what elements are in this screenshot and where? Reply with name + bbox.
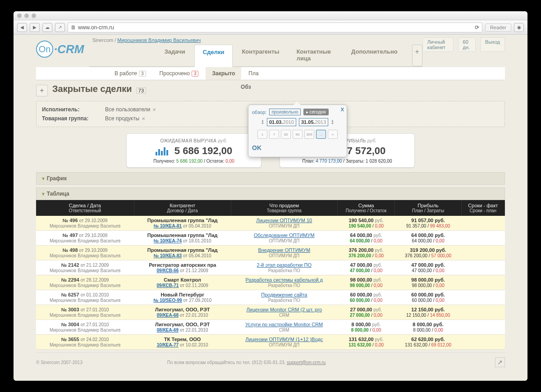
table-row[interactable]: № 2142 от 21.12.2009Мирошников Владимир …: [36, 260, 505, 275]
table-row[interactable]: № 498 от 29.10.2009Мирошников Владимир В…: [36, 246, 505, 260]
subtab-2[interactable]: Закрыто: [206, 67, 241, 80]
icloud-icon[interactable]: ☁: [42, 23, 52, 32]
preset-×[interactable]: ×: [328, 130, 338, 139]
filter-executor-label: Исполнитель:: [42, 106, 101, 113]
preset-...[interactable]: ...: [316, 130, 326, 139]
preset-365[interactable]: 365: [304, 130, 314, 139]
popover-label: обзор:: [252, 109, 266, 115]
breadcrumb: Sinercom / Мирошников Владимир Васильеви…: [92, 37, 422, 43]
preset-30[interactable]: 30: [281, 130, 291, 139]
table-header: Сделка / ДатаОтветственный КонтрагентДог…: [36, 200, 505, 216]
window-titlebar: [14, 11, 527, 20]
title-overflow: Обз: [241, 84, 251, 90]
user-icon[interactable]: ◉: [514, 23, 524, 32]
popover-close[interactable]: X: [341, 107, 344, 112]
share-icon[interactable]: ↗: [55, 23, 65, 32]
table-row[interactable]: № 3004 от 27.01.2010Мирошников Владимир …: [36, 320, 505, 335]
filter-group-label: Товарная группа:: [42, 115, 101, 122]
preset-90[interactable]: 90: [293, 130, 303, 139]
nav-tab-0[interactable]: Задачи: [156, 45, 193, 66]
subtab-3[interactable]: Пла: [242, 67, 265, 80]
popover-today[interactable]: ▸ сегодня: [303, 109, 329, 115]
cabinet-link[interactable]: Личный кабинет: [422, 37, 454, 52]
nav-add-tab[interactable]: +: [412, 45, 422, 66]
sub-tabs: В работе3Просрочено3ЗакрытоПла: [36, 67, 505, 80]
footer-email[interactable]: support@on-crm.ru: [287, 360, 326, 365]
traffic-close[interactable]: [17, 14, 22, 18]
spinner-left[interactable]: ▲▼: [261, 119, 264, 125]
table-row[interactable]: № 497 от 29.10.2009Мирошников Владимир В…: [36, 231, 505, 246]
logo[interactable]: On·CRM: [36, 37, 89, 61]
subtab-0[interactable]: В работе3: [108, 67, 152, 80]
deals-table: Сделка / ДатаОтветственный КонтрагентДог…: [36, 200, 505, 350]
kpi-revenue: ОЖИДАЕМАЯ ВЫРУЧКА руб. 5 686 192,00 Полу…: [126, 133, 261, 168]
table-row[interactable]: № 6257 от 01.10.2010Мирошников Владимир …: [36, 290, 505, 305]
traffic-max[interactable]: [32, 14, 36, 18]
popover-ok-button[interactable]: OK: [252, 142, 343, 153]
preset-1[interactable]: 1: [257, 130, 267, 139]
subtab-1[interactable]: Просрочено3: [153, 67, 205, 80]
bars-icon: [156, 147, 168, 155]
url-bar[interactable]: 🗎www.on-crm.ru ⟳: [68, 23, 482, 32]
footer: © Sinercom 2007-2013 По всем вопросам об…: [36, 352, 505, 369]
table-row[interactable]: № 3655 от 24.02.2010Мирошников Владимир …: [36, 335, 505, 350]
page-title: Закрытые сделки: [52, 84, 132, 94]
spinner-right[interactable]: ▲▼: [331, 119, 334, 125]
table-row[interactable]: № 2294 от 28.12.2009Мирошников Владимир …: [36, 275, 505, 290]
nav-tab-3[interactable]: Контактные лица: [289, 45, 342, 66]
filter-executor-chip[interactable]: Все пользователи ✕: [105, 106, 156, 113]
table-row[interactable]: № 496 от 29.10.2009Мирошников Владимир В…: [36, 216, 505, 231]
date-to-input[interactable]: 31.05.2013: [299, 118, 328, 126]
date-range-popover: X обзор: произвольно ▸ сегодня ▲▼ 01.03.…: [248, 105, 347, 157]
browser-toolbar: ◀ ▶ ☁ ↗ 🗎www.on-crm.ru ⟳ Reader ◉: [14, 20, 527, 35]
popover-mode[interactable]: произвольно: [269, 109, 300, 115]
preset-7[interactable]: 7: [269, 130, 279, 139]
nav-back[interactable]: ◀: [17, 23, 27, 32]
section-table[interactable]: Таблица: [36, 187, 505, 200]
nav-tab-4[interactable]: Дополнительно: [343, 45, 406, 66]
days-pill: 60 дн.: [458, 37, 476, 52]
traffic-min[interactable]: [24, 14, 29, 18]
table-row[interactable]: № 3003 от 27.01.2010Мирошников Владимир …: [36, 305, 505, 320]
filter-group-chip[interactable]: Все продукты ✕: [105, 115, 145, 122]
scroll-top-icon[interactable]: ↗: [495, 357, 505, 367]
nav-fwd[interactable]: ▶: [30, 23, 40, 32]
logout-link[interactable]: Выход: [480, 37, 505, 52]
section-chart[interactable]: График: [36, 172, 505, 185]
nav-tab-1[interactable]: Сделки: [194, 45, 233, 67]
add-deal-button[interactable]: +: [36, 85, 48, 96]
main-nav: ЗадачиСделкиКонтрагентыКонтактные лицаДо…: [89, 45, 422, 67]
date-from-input[interactable]: 01.03.2010: [267, 118, 296, 126]
nav-tab-2[interactable]: Контрагенты: [234, 45, 287, 66]
reader-button[interactable]: Reader: [485, 23, 511, 32]
breadcrumb-user[interactable]: Мирошников Владимир Васильевич: [117, 37, 201, 43]
title-count: 73: [136, 87, 146, 94]
